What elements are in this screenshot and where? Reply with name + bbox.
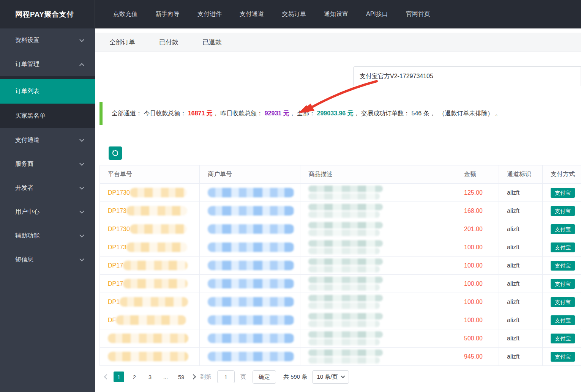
page-size-select[interactable]: 10 条/页 — [312, 370, 349, 384]
page-number-59[interactable]: 59 — [176, 372, 186, 382]
channel-search-input[interactable] — [353, 66, 581, 86]
cell-amount: 945.00 — [456, 348, 499, 366]
topnav-item-notification-settings[interactable]: 通知设置 — [324, 10, 348, 18]
redacted-product-desc — [308, 349, 383, 364]
order-tabs: 全部订单已付款已退款 — [95, 33, 581, 52]
confirm-button[interactable]: 确定 — [253, 370, 276, 384]
refresh-button[interactable] — [109, 146, 122, 160]
topnav-item-trade-orders[interactable]: 交易订单 — [282, 10, 306, 18]
redacted-platform-order — [123, 261, 188, 270]
platform-order-prefix: DP1730 — [108, 226, 130, 232]
redacted-line — [308, 284, 380, 291]
sidebar-item-payment-channel[interactable]: 支付通道 — [0, 128, 95, 152]
chevron-down-icon — [79, 137, 84, 142]
column-header: 金额 — [456, 165, 499, 184]
sidebar-item-buyer-blacklist[interactable]: 买家黑名单 — [0, 104, 95, 128]
chevron-up-icon — [79, 63, 84, 68]
cell-merchant-order-no — [200, 184, 300, 202]
sidebar-item-user-center[interactable]: 用户中心 — [0, 200, 95, 224]
prev-page-icon[interactable] — [104, 374, 109, 379]
alipay-badge: 支付宝 — [551, 279, 575, 289]
topnav-item-points-recharge[interactable]: 点数充值 — [113, 10, 137, 18]
page-number-1[interactable]: 1 — [114, 372, 124, 382]
jump-page-input[interactable] — [217, 370, 235, 383]
cell-product-desc — [300, 202, 456, 220]
summary-segment: 16871 元 — [188, 110, 213, 118]
redacted-line — [308, 186, 383, 192]
sidebar-item-order-management[interactable]: 订单管理 — [0, 52, 95, 76]
redacted-platform-order — [126, 242, 187, 252]
redacted-merchant-order — [208, 297, 294, 307]
cell-pay-method: 支付宝 — [543, 238, 581, 257]
cell-amount: 201.00 — [456, 220, 499, 238]
alipay-badge: 支付宝 — [551, 352, 575, 362]
redacted-line — [308, 240, 383, 247]
tab-paid[interactable]: 已付款 — [159, 38, 178, 47]
sidebar-item-sms[interactable]: 短信息 — [0, 248, 95, 272]
total-count-label: 共 590 条 — [283, 373, 307, 381]
topnav-item-payment-onboarding[interactable]: 支付进件 — [197, 10, 222, 18]
sidebar-item-order-list[interactable]: 订单列表 — [0, 79, 95, 104]
redacted-merchant-order — [208, 279, 294, 288]
next-page-icon[interactable] — [191, 374, 196, 379]
platform-order-prefix: DF — [108, 317, 116, 323]
column-header: 商品描述 — [300, 165, 456, 184]
chevron-down-icon — [79, 161, 84, 166]
cell-merchant-order-no — [200, 275, 300, 293]
cell-pay-method: 支付宝 — [543, 184, 581, 202]
topnav-item-api[interactable]: API接口 — [366, 10, 388, 18]
redacted-line — [308, 277, 383, 283]
cell-platform-order-no: DP173 — [100, 238, 200, 257]
topnav-item-official-home[interactable]: 官网首页 — [406, 10, 430, 18]
cell-product-desc — [300, 238, 456, 257]
cell-channel-id: alizft — [499, 348, 543, 366]
page-number-3[interactable]: 3 — [145, 372, 155, 382]
summary-segment: 92931 元 — [265, 110, 289, 118]
cell-platform-order-no: DP1 — [100, 293, 200, 311]
page-unit-label: 页 — [240, 373, 246, 381]
tab-refunded[interactable]: 已退款 — [202, 38, 222, 47]
redacted-line — [308, 295, 383, 301]
redacted-merchant-order — [208, 224, 294, 234]
sidebar-item-service-provider[interactable]: 服务商 — [0, 152, 95, 176]
redacted-merchant-order — [208, 315, 294, 325]
cell-merchant-order-no — [200, 311, 300, 329]
redacted-product-desc — [308, 204, 383, 218]
page-number-2[interactable]: 2 — [129, 372, 140, 382]
sidebar: 资料设置订单管理订单列表买家黑名单支付通道服务商开发者用户中心辅助功能短信息 — [0, 28, 95, 392]
redacted-platform-order — [120, 297, 188, 307]
redacted-platform-order — [116, 315, 186, 325]
sidebar-item-label: 用户中心 — [15, 208, 39, 216]
topnav-item-beginner-guide[interactable]: 新手向导 — [155, 10, 180, 18]
table-row: DP17100.00alizft支付宝 — [100, 257, 581, 275]
sidebar-item-profile-settings[interactable]: 资料设置 — [0, 28, 95, 52]
column-header: 平台单号 — [100, 165, 200, 184]
cell-pay-method: 支付宝 — [543, 348, 581, 366]
topnav-item-payment-channel[interactable]: 支付通道 — [240, 10, 264, 18]
redacted-product-desc — [308, 295, 383, 309]
cell-amount: 125.00 — [456, 184, 499, 202]
cell-product-desc — [300, 220, 456, 238]
chevron-down-icon — [79, 37, 84, 42]
summary-segment: 299033.96 元 — [317, 110, 354, 118]
redacted-line — [308, 193, 380, 200]
column-header: 商户单号 — [200, 165, 300, 184]
tab-all-orders[interactable]: 全部订单 — [109, 38, 135, 47]
alipay-badge: 支付宝 — [551, 224, 575, 234]
cell-channel-id: alizft — [499, 202, 543, 220]
sidebar-item-label: 订单管理 — [15, 60, 39, 68]
sidebar-item-developer[interactable]: 开发者 — [0, 176, 95, 200]
cell-platform-order-no: DP1730 — [100, 220, 200, 238]
column-header: 支付方式 — [543, 165, 581, 184]
summary-banner: 全部通道： 今日收款总额： 16871 元， 昨日收款总额： 92931 元， … — [99, 102, 581, 125]
chevron-down-icon — [79, 233, 84, 238]
table-row: DP173168.00alizft支付宝 — [100, 202, 581, 220]
redacted-line — [308, 230, 380, 236]
sidebar-item-auxiliary-functions[interactable]: 辅助功能 — [0, 224, 95, 248]
page-ellipsis[interactable]: ... — [160, 372, 171, 382]
alipay-badge: 支付宝 — [551, 261, 575, 271]
table-row: DP173100.00alizft支付宝 — [100, 238, 581, 257]
redacted-merchant-order — [208, 188, 294, 197]
cell-amount: 100.00 — [456, 257, 499, 275]
cell-channel-id: alizft — [499, 257, 543, 275]
